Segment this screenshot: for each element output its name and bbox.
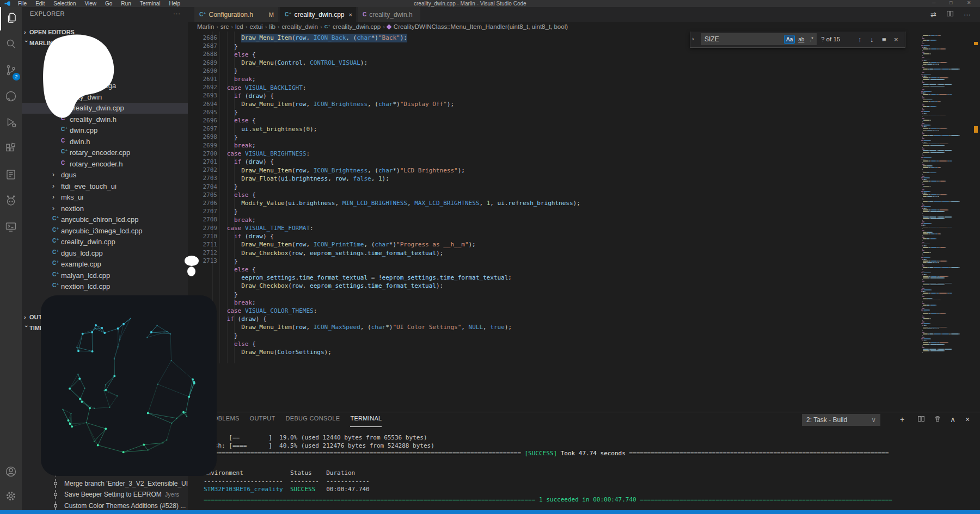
code-line[interactable]: Draw_Menu_Item(row, ICON_Back, (char*)"B…	[205, 34, 407, 42]
code-line[interactable]: case VISUAL_COLOR_THEMES:	[205, 307, 317, 315]
close-icon[interactable]: ✕	[967, 0, 971, 5]
code-line[interactable]: case VISUAL_TIME_FORMAT:	[205, 224, 314, 232]
split-editor-icon[interactable]	[946, 10, 954, 19]
tab-close-icon[interactable]: ×	[349, 11, 352, 18]
tree-item-nextion[interactable]: ›nextion	[22, 203, 188, 214]
code-line[interactable]: ui.set_brightness(0);	[205, 125, 317, 133]
panel-tab-debug-console[interactable]: DEBUG CONSOLE	[286, 415, 340, 422]
breadcrumb-lcd[interactable]: lcd	[235, 23, 243, 30]
code-line[interactable]: eeprom_settings.time_format_textual = !e…	[205, 274, 512, 282]
whole-word-toggle[interactable]: ab	[796, 35, 806, 44]
timeline-item[interactable]: Custom Color Themes Additions (#528) ...…	[64, 502, 188, 510]
breadcrumb[interactable]: Marlin›src›lcd›extui›lib›creality_dwin›C…	[188, 22, 980, 32]
more-actions-icon[interactable]: ···	[964, 10, 971, 18]
code-line[interactable]: }	[205, 133, 238, 141]
code-editor[interactable]: 2686 Draw_Menu_Item(row, ICON_Back, (cha…	[188, 32, 904, 412]
match-case-toggle[interactable]: Aa	[784, 35, 795, 44]
status-bar[interactable]	[0, 510, 980, 514]
code-line[interactable]: }	[205, 208, 238, 216]
code-line[interactable]: }	[205, 257, 238, 265]
activity-account[interactable]	[0, 459, 22, 484]
activity-extensions[interactable]	[0, 136, 22, 161]
compare-changes-icon[interactable]: ⇄	[930, 10, 936, 18]
code-line[interactable]: Draw_Menu(Control, CONTROL_VISUAL);	[205, 59, 367, 67]
code-line[interactable]: else {	[205, 265, 256, 274]
find-next-button[interactable]: ↓	[870, 35, 874, 44]
code-line[interactable]: Draw_Menu_Item(row, ICON_Brightness, (ch…	[205, 166, 465, 175]
code-line[interactable]: }	[205, 108, 238, 116]
activity-search[interactable]	[0, 32, 22, 57]
find-close-button[interactable]: ×	[894, 35, 898, 44]
breadcrumb-Marlin[interactable]: Marlin	[197, 23, 214, 30]
menu-terminal[interactable]: Terminal	[136, 1, 165, 7]
find-in-selection-button[interactable]: ≡	[882, 35, 886, 44]
close-panel-icon[interactable]: ×	[965, 415, 970, 424]
menu-run[interactable]: Run	[117, 1, 135, 7]
menu-selection[interactable]: Selection	[49, 1, 80, 7]
menu-view[interactable]: View	[81, 1, 101, 7]
code-line[interactable]: break;	[205, 75, 256, 83]
tree-item-rotary_encoder.h[interactable]: Crotary_encoder.h	[22, 159, 188, 170]
activity-source-control[interactable]: 2	[0, 58, 22, 83]
breadcrumb-symbol[interactable]: CrealityDWINClass::Menu_Item_Handler(uin…	[394, 23, 568, 30]
code-line[interactable]: }	[205, 183, 238, 191]
tree-item-dgus_lcd.cpp[interactable]: C⁺dgus_lcd.cpp	[22, 248, 188, 259]
tab-Configuration.h[interactable]: C⁺Configuration.hM	[194, 7, 279, 22]
code-line[interactable]: Draw_Checkbox(row, eeprom_settings.time_…	[205, 249, 443, 257]
menu-file[interactable]: File	[14, 1, 31, 7]
activity-explorer[interactable]	[0, 5, 23, 30]
minimap[interactable]	[915, 32, 972, 412]
find-query-text[interactable]: SIZE	[701, 35, 784, 43]
tree-item-malyan_lcd.cpp[interactable]: C⁺malyan_lcd.cpp	[22, 270, 188, 281]
new-terminal-icon[interactable]: +	[900, 415, 904, 424]
breadcrumb-file[interactable]: creality_dwin.cpp	[333, 23, 381, 30]
menu-edit[interactable]: Edit	[31, 1, 49, 7]
code-line[interactable]: Draw_Menu_Item(row, ICON_MaxSpeed, (char…	[205, 323, 512, 331]
code-line[interactable]: case VISUAL_BACKLIGHT:	[205, 84, 306, 92]
code-line[interactable]: case VISUAL_BRIGHTNESS:	[205, 150, 310, 158]
breadcrumb-extui[interactable]: extui	[249, 23, 262, 30]
split-terminal-icon[interactable]	[917, 415, 925, 424]
code-line[interactable]: else {	[205, 116, 256, 125]
maximize-panel-icon[interactable]: ∧	[950, 415, 955, 424]
code-line[interactable]: else {	[205, 191, 256, 199]
code-line[interactable]: if (draw) {	[205, 158, 274, 166]
tree-item-anycubic_chiron_lcd.cpp[interactable]: C⁺anycubic_chiron_lcd.cpp	[22, 214, 188, 225]
menu-go[interactable]: Go	[101, 1, 117, 7]
activity-remote-terminal[interactable]	[0, 214, 22, 239]
tree-item-rotary_encoder.cpp[interactable]: C⁺rotary_encoder.cpp	[22, 147, 188, 158]
find-expand-chevron[interactable]: ›	[692, 35, 694, 42]
tree-item-dgus[interactable]: ›dgus	[22, 170, 188, 181]
code-line[interactable]: Draw_Checkbox(row, eeprom_settings.time_…	[205, 282, 443, 290]
timeline-item[interactable]: Merge branch 'Ender_3_V2_Extensible_UI' …	[64, 480, 188, 487]
regex-toggle[interactable]: .*	[807, 35, 816, 44]
tree-item-anycubic_i3mega_lcd.cpp[interactable]: C⁺anycubic_i3mega_lcd.cpp	[22, 226, 188, 237]
code-line[interactable]: if (draw) {	[205, 232, 274, 240]
code-line[interactable]: break;	[205, 216, 256, 224]
terminal-selector-dropdown[interactable]: 2: Task - Build ∨	[802, 414, 880, 426]
timeline-commit-icon[interactable]	[52, 501, 59, 510]
restore-icon[interactable]: □	[950, 0, 952, 5]
menu-help[interactable]: Help	[165, 1, 185, 7]
tab-creality_dwin.h[interactable]: Ccreality_dwin.h	[358, 7, 421, 22]
tree-item-dwin.cpp[interactable]: C⁺dwin.cpp	[22, 125, 188, 136]
activity-github[interactable]	[0, 84, 22, 109]
find-previous-button[interactable]: ↑	[858, 35, 862, 44]
panel-tab-terminal[interactable]: TERMINAL	[350, 415, 382, 422]
code-line[interactable]: Draw_Menu(ColorSettings);	[205, 348, 332, 356]
find-input[interactable]: SIZE Aa ab .*	[701, 33, 817, 45]
explorer-more-actions[interactable]: ···	[173, 10, 181, 17]
breadcrumb-lib[interactable]: lib	[269, 23, 275, 30]
tree-item-example.cpp[interactable]: C⁺example.cpp	[22, 259, 188, 270]
breadcrumb-creality_dwin[interactable]: creality_dwin	[282, 23, 318, 30]
code-line[interactable]: Draw_Menu_Item(row, ICON_PrintTime, (cha…	[205, 240, 476, 249]
activity-run-debug[interactable]	[0, 110, 22, 135]
code-line[interactable]: }	[205, 67, 238, 75]
code-line[interactable]: }	[205, 42, 238, 51]
code-line[interactable]: Modify_Value(ui.brightness, MIN_LCD_BRIG…	[205, 199, 580, 207]
breadcrumb-src[interactable]: src	[220, 23, 229, 30]
timeline-item[interactable]: Save Beeper Setting to EEPROMJyers	[64, 491, 179, 498]
tree-item-mks_ui[interactable]: ›mks_ui	[22, 192, 188, 203]
tree-item-creality_dwin.cpp[interactable]: C⁺creality_dwin.cpp	[22, 237, 188, 247]
tree-item-nextion_lcd.cpp[interactable]: C⁺nextion_lcd.cpp	[22, 281, 188, 292]
